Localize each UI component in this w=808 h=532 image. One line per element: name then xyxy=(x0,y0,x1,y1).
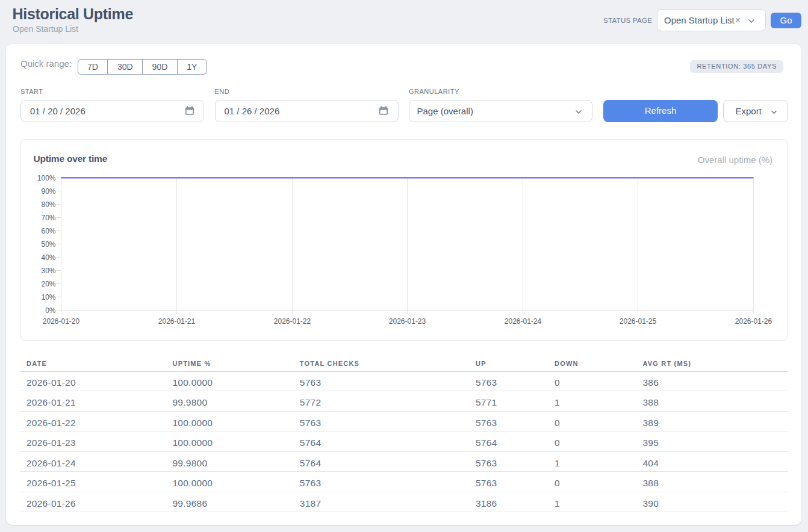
svg-text:2026-01-26: 2026-01-26 xyxy=(735,317,772,326)
svg-text:0%: 0% xyxy=(45,306,56,315)
svg-text:2026-01-25: 2026-01-25 xyxy=(620,317,657,326)
svg-text:60%: 60% xyxy=(41,227,55,235)
svg-text:2026-01-23: 2026-01-23 xyxy=(389,317,426,326)
svg-text:30%: 30% xyxy=(41,267,55,275)
svg-text:2026-01-24: 2026-01-24 xyxy=(505,317,542,326)
svg-text:90%: 90% xyxy=(41,187,55,196)
svg-text:2026-01-20: 2026-01-20 xyxy=(43,317,80,326)
svg-text:50%: 50% xyxy=(41,240,55,249)
svg-text:10%: 10% xyxy=(41,293,55,302)
svg-text:70%: 70% xyxy=(41,214,55,222)
svg-text:40%: 40% xyxy=(41,253,55,262)
svg-text:20%: 20% xyxy=(41,280,55,288)
svg-text:80%: 80% xyxy=(41,200,55,209)
svg-text:100%: 100% xyxy=(37,174,56,182)
svg-text:2026-01-22: 2026-01-22 xyxy=(274,317,311,326)
svg-text:2026-01-21: 2026-01-21 xyxy=(158,317,196,326)
